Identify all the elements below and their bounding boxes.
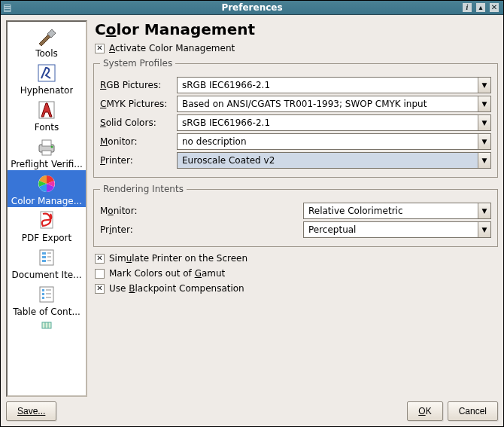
window-menu-icon[interactable]: ▤ (1, 2, 14, 13)
help-icon[interactable]: i (463, 3, 472, 12)
sidebar-item-more[interactable] (8, 318, 86, 332)
solid-colors-combo[interactable]: sRGB IEC61966-2.1 ▼ (177, 114, 491, 131)
sidebar-item-label: Color Manage... (11, 196, 82, 206)
sidebar-item-label: PDF Export (22, 233, 71, 243)
cmyk-pictures-combo[interactable]: Based on ANSI/CGATS TR001-1993; SWOP CMY… (177, 96, 491, 112)
preferences-window: ▤ Preferences i ▴ ✕ Tools Hyphe (0, 0, 504, 427)
activate-color-management[interactable]: Activate Color Management (95, 43, 498, 53)
toc-icon (35, 282, 59, 307)
hyphenator-icon (35, 61, 59, 85)
save-button[interactable]: Save... (6, 401, 56, 421)
monitor-intent-row: Monitor: Relative Colorimetric ▼ (100, 203, 491, 219)
color-wheel-icon (35, 172, 59, 196)
monitor-intent-combo[interactable]: Relative Colorimetric ▼ (303, 203, 491, 219)
sidebar: Tools Hyphenator Fonts (6, 20, 87, 397)
sidebar-item-preflight[interactable]: Preflight Verifi... (8, 133, 86, 170)
monitor-profile-combo[interactable]: no description ▼ (177, 133, 491, 150)
close-icon[interactable]: ✕ (490, 3, 499, 12)
svg-rect-4 (42, 151, 51, 155)
sidebar-item-label: Preflight Verifi... (11, 159, 83, 169)
ok-button[interactable]: OK (407, 401, 442, 421)
svg-rect-16 (42, 289, 44, 291)
sidebar-item-label: Fonts (35, 122, 59, 133)
svg-rect-15 (40, 287, 53, 302)
chevron-down-icon[interactable]: ▼ (478, 96, 490, 111)
sidebar-item-document-items[interactable]: Document Ite... (8, 244, 86, 281)
blackpoint-label: Use Blackpoint Compensation (109, 283, 244, 294)
monitor-profile-label: Monitor: (100, 136, 177, 147)
monitor-intent-label: Monitor: (100, 206, 303, 216)
chevron-down-icon[interactable]: ▼ (478, 134, 490, 149)
activate-label: Activate Color Management (109, 43, 235, 53)
sidebar-item-label: Tools (35, 48, 58, 59)
pdf-icon (35, 209, 59, 233)
printer-intent-combo[interactable]: Perceptual ▼ (303, 221, 491, 238)
solid-colors-row: Solid Colors: sRGB IEC61966-2.1 ▼ (100, 114, 491, 131)
rendering-intents-legend: Rendering Intents (100, 184, 187, 194)
printer-intent-label: Printer: (100, 224, 303, 235)
cmyk-pictures-label: CMYK Pictures: (100, 99, 177, 109)
main-row: Tools Hyphenator Fonts (6, 20, 498, 397)
svg-rect-8 (40, 250, 53, 265)
rgb-pictures-row: RGB Pictures: sRGB IEC61966-2.1 ▼ (100, 77, 491, 93)
color-management-panel: Color Management Activate Color Manageme… (93, 20, 498, 397)
svg-rect-9 (42, 252, 46, 255)
svg-rect-22 (42, 322, 51, 328)
checkbox-icon[interactable] (95, 254, 105, 264)
simulate-label: Simulate Printer on the Screen (109, 253, 247, 264)
system-profiles-legend: System Profiles (100, 58, 175, 69)
panel-title: Color Management (95, 20, 498, 38)
sidebar-item-fonts[interactable]: Fonts (8, 96, 86, 133)
sidebar-item-tools[interactable]: Tools (8, 23, 86, 59)
sidebar-item-label: Table of Cont... (13, 307, 80, 317)
sidebar-item-label: Hyphenator (20, 85, 74, 96)
cmyk-pictures-row: CMYK Pictures: Based on ANSI/CGATS TR001… (100, 96, 491, 112)
fonts-icon (35, 98, 59, 122)
svg-rect-20 (42, 297, 44, 299)
svg-rect-3 (42, 140, 51, 146)
button-row: Save... OK Cancel (6, 401, 498, 421)
simulate-printer-on-screen[interactable]: Simulate Printer on the Screen (95, 253, 498, 264)
printer-profile-label: Printer: (100, 155, 177, 166)
checkbox-icon[interactable] (95, 284, 105, 294)
checkbox-icon[interactable] (95, 269, 105, 279)
monitor-profile-row: Monitor: no description ▼ (100, 133, 491, 150)
document-items-icon (35, 246, 59, 270)
mark-label: Mark Colors out of Gamut (109, 268, 225, 279)
titlebar-controls: i ▴ ✕ (463, 3, 503, 12)
cancel-button[interactable]: Cancel (448, 401, 498, 421)
chevron-down-icon[interactable]: ▼ (478, 153, 490, 168)
mark-out-of-gamut[interactable]: Mark Colors out of Gamut (95, 268, 498, 279)
printer-profile-row: Printer: Euroscale Coated v2 ▼ (100, 152, 491, 169)
sidebar-item-hyphenator[interactable]: Hyphenator (8, 59, 86, 96)
solid-colors-label: Solid Colors: (100, 117, 177, 128)
checkbox-icon[interactable] (95, 44, 105, 53)
hammer-icon (35, 24, 59, 48)
scrapbook-icon (35, 319, 59, 331)
printer-profile-combo[interactable]: Euroscale Coated v2 ▼ (177, 152, 491, 169)
content: Tools Hyphenator Fonts (1, 15, 503, 426)
svg-rect-11 (42, 260, 46, 262)
svg-rect-10 (42, 256, 46, 258)
rendering-intents-group: Rendering Intents Monitor: Relative Colo… (93, 184, 498, 247)
use-blackpoint-compensation[interactable]: Use Blackpoint Compensation (95, 283, 498, 294)
printer-icon (35, 135, 59, 159)
rgb-pictures-combo[interactable]: sRGB IEC61966-2.1 ▼ (177, 77, 491, 93)
chevron-down-icon[interactable]: ▼ (478, 115, 490, 130)
system-profiles-group: System Profiles RGB Pictures: sRGB IEC61… (93, 58, 498, 178)
chevron-down-icon[interactable]: ▼ (478, 78, 490, 93)
sidebar-item-toc[interactable]: Table of Cont... (8, 281, 86, 318)
minimize-icon[interactable]: ▴ (476, 3, 485, 12)
titlebar[interactable]: ▤ Preferences i ▴ ✕ (1, 1, 503, 15)
rgb-pictures-label: RGB Pictures: (100, 80, 177, 90)
printer-intent-row: Printer: Perceptual ▼ (100, 221, 491, 238)
svg-point-5 (51, 146, 53, 148)
sidebar-item-pdf-export[interactable]: PDF Export (8, 207, 86, 244)
chevron-down-icon[interactable]: ▼ (478, 222, 490, 237)
chevron-down-icon[interactable]: ▼ (478, 203, 490, 218)
svg-rect-18 (42, 293, 44, 295)
sidebar-item-color-management[interactable]: Color Manage... (8, 170, 86, 207)
window-title: Preferences (1, 2, 503, 13)
sidebar-item-label: Document Ite... (11, 270, 81, 280)
